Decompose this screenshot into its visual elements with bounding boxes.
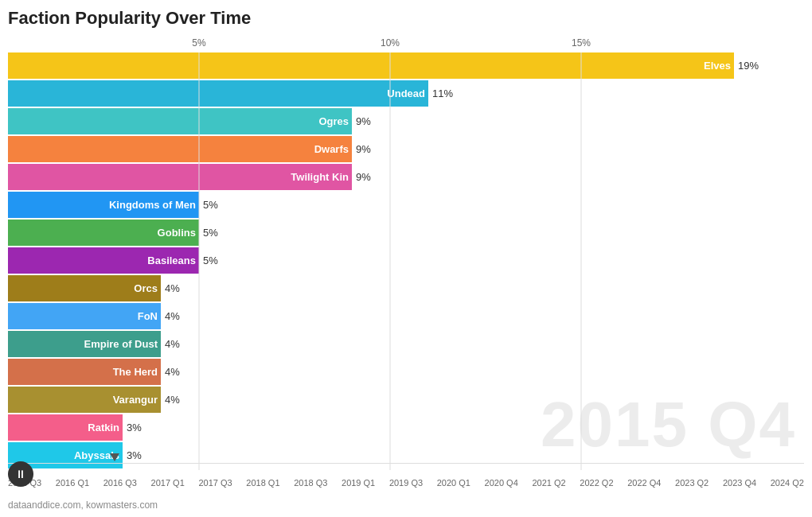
bar-value: 19% [738,60,759,72]
bar-undead: Undead [8,80,428,107]
bar-value: 4% [165,366,180,378]
bar-varangur: Varangur [8,387,161,413]
bar-value: 4% [165,282,180,294]
bar-row: Varangur4% [8,387,804,413]
bar-row: FoN4% [8,303,804,329]
pause-icon: ⏸ [15,468,26,480]
bar-label: Undead [387,87,425,99]
timeline-label: 2022 Q4 [627,478,661,488]
timeline-label: 2017 Q1 [151,478,185,488]
bar-value: 3% [127,422,142,433]
svg-text:5%: 5% [192,37,206,49]
bar-row: Elves19% [8,52,804,79]
timeline-label: 2021 Q2 [532,478,565,488]
timeline-label: 2023 Q2 [675,478,709,488]
bar-ratkin: Ratkin [8,414,123,441]
bar-value: 9% [356,171,371,183]
bar-value: 4% [165,310,180,322]
bar-label: Basileans [147,255,196,266]
bar-the-herd: The Herd [8,359,161,385]
timeline-indicator [110,453,119,461]
bar-kingdoms-of-men: Kingdoms of Men [8,192,199,218]
timeline-label: 2020 Q1 [437,478,470,488]
timeline-label: 2023 Q4 [723,478,756,488]
bar-label: Orcs [134,282,158,294]
timeline-label: 2018 Q1 [246,478,279,488]
bar-row: Twilight Kin9% [8,164,804,190]
svg-text:10%: 10% [381,37,400,49]
bar-elves: Elves [8,52,734,79]
bar-value: 5% [203,199,218,211]
axis-top: 5%10%15% [8,35,804,49]
timeline-labels: 2015 Q32016 Q12016 Q32017 Q12017 Q32018 … [8,478,804,488]
bar-value: 4% [165,394,180,406]
bar-row: Orcs4% [8,275,804,301]
bar-twilight-kin: Twilight Kin [8,164,352,190]
timeline-label: 2019 Q3 [389,478,423,488]
timeline-label: 2018 Q3 [294,478,327,488]
bar-label: Dwarfs [314,143,349,155]
bar-row: Empire of Dust4% [8,331,804,357]
chart-title: Faction Popularity Over Time [8,8,804,29]
bar-label: Elves [704,60,731,72]
timeline-label: 2016 Q1 [56,478,89,488]
bar-empire-of-dust: Empire of Dust [8,331,161,357]
timeline-area: 2015 Q32016 Q12016 Q32017 Q12017 Q32018 … [8,463,804,487]
bar-ogres: Ogres [8,108,352,134]
chart-container: Faction Popularity Over Time 5%10%15% 20… [0,0,812,517]
bar-value: 11% [432,87,453,99]
bar-label: Twilight Kin [291,171,349,183]
bar-row: The Herd4% [8,359,804,385]
bar-label: Kingdoms of Men [109,199,196,211]
bar-row: Undead11% [8,80,804,107]
timeline-label: 2022 Q2 [580,478,613,488]
bar-dwarfs: Dwarfs [8,136,352,162]
bar-value: 3% [127,449,142,461]
bar-row: Dwarfs9% [8,136,804,162]
bar-value: 9% [356,143,371,155]
bar-label: FoN [138,310,158,322]
bar-orcs: Orcs [8,275,161,301]
pause-button[interactable]: ⏸ [8,461,33,487]
bar-value: 5% [203,227,218,239]
bar-label: Ratkin [88,422,119,433]
bar-row: Ogres9% [8,108,804,134]
bar-value: 9% [356,115,371,127]
bar-basileans: Basileans [8,247,199,274]
timeline-label: 2024 Q2 [771,478,804,488]
timeline-label: 2019 Q1 [342,478,375,488]
bar-goblins: Goblins [8,220,199,246]
bar-label: Empire of Dust [84,338,158,350]
timeline-label: 2016 Q3 [103,478,137,488]
bar-value: 4% [165,338,180,350]
bar-row: Kingdoms of Men5% [8,192,804,218]
bar-row: Ratkin3% [8,414,804,441]
bar-label: The Herd [113,366,158,378]
bar-value: 5% [203,255,218,266]
bar-label: Varangur [113,394,158,406]
svg-text:15%: 15% [572,37,591,49]
bar-row: Basileans5% [8,247,804,274]
bar-fon: FoN [8,303,161,329]
bar-label: Goblins [158,227,196,239]
timeline-label: 2017 Q3 [198,478,232,488]
bars-area: Elves19%Undead11%Ogres9%Dwarfs9%Twilight… [8,52,804,468]
timeline-label: 2020 Q4 [485,478,518,488]
bar-row: Goblins5% [8,220,804,246]
bar-label: Ogres [318,115,349,127]
footer-text: dataanddice.com, kowmasters.com [8,500,158,511]
